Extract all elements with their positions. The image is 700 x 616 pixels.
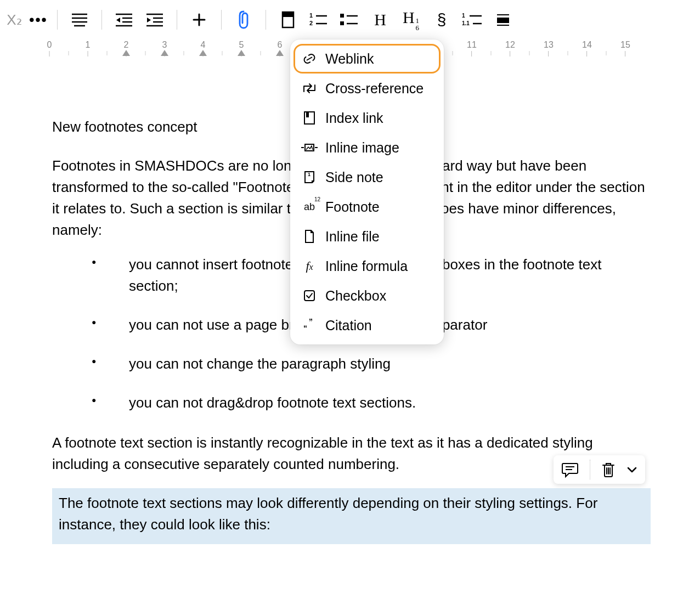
numbered-list-button[interactable]: 12 <box>303 4 334 35</box>
menu-label: Side note <box>325 169 383 185</box>
ruler-indent-marker[interactable] <box>161 50 168 56</box>
link-icon <box>301 50 318 67</box>
menu-inline-image[interactable]: Inline image <box>293 133 441 162</box>
svg-text:”: ” <box>309 319 313 326</box>
menu-label: Index link <box>325 110 383 126</box>
ruler-tick: 13 <box>544 40 554 56</box>
menu-footnote[interactable]: ab12 Footnote <box>293 192 441 222</box>
menu-index-link[interactable]: Index link <box>293 103 441 133</box>
svg-text:2: 2 <box>309 20 313 26</box>
menu-citation[interactable]: ”“ Citation <box>293 310 441 340</box>
ruler-half-tick <box>568 51 568 55</box>
index-link-icon <box>301 110 318 126</box>
menu-label: Checkbox <box>325 288 386 304</box>
ruler-half-tick <box>107 51 108 55</box>
justify-button[interactable] <box>64 4 95 35</box>
heading-levels-button[interactable]: H16 <box>396 4 426 35</box>
menu-inline-file[interactable]: Inline file <box>293 222 441 251</box>
ruler-half-tick <box>606 51 607 55</box>
menu-inline-formula[interactable]: fx Inline formula <box>293 251 441 281</box>
actionbar-separator <box>590 460 590 479</box>
menu-label: Inline image <box>325 140 399 156</box>
svg-rect-15 <box>283 12 293 17</box>
attach-button[interactable] <box>228 4 259 35</box>
menu-label: Inline formula <box>325 258 408 274</box>
list-item: you can not drag&drop footnote text sect… <box>52 392 651 414</box>
menu-label: Inline file <box>325 229 380 245</box>
menu-label: Footnote <box>325 199 380 215</box>
menu-side-note[interactable]: 1 Side note <box>293 162 441 192</box>
svg-rect-21 <box>340 21 344 25</box>
subscript-button[interactable]: X₂ <box>2 4 26 35</box>
svg-text:1.1: 1.1 <box>462 20 470 26</box>
ruler-half-tick <box>261 51 261 55</box>
side-note-icon: 1 <box>301 169 318 185</box>
toolbar-separator <box>101 10 102 30</box>
add-button[interactable] <box>184 4 214 35</box>
ruler-half-tick <box>491 51 492 55</box>
svg-text:1: 1 <box>309 12 313 19</box>
ruler-tick: 14 <box>582 40 592 56</box>
ruler-half-tick <box>222 51 223 55</box>
ruler-half-tick <box>69 51 69 55</box>
ruler-indent-marker[interactable] <box>238 50 245 56</box>
indent-button[interactable] <box>139 4 170 35</box>
heading-button[interactable]: H <box>365 4 396 35</box>
doc-highlighted-paragraph: The footnote text sections may look diff… <box>52 488 651 544</box>
ruler-half-tick <box>453 51 453 55</box>
svg-text:1: 1 <box>308 172 311 177</box>
more-button[interactable]: ••• <box>26 4 50 35</box>
svg-rect-37 <box>304 291 314 301</box>
toolbar-separator <box>57 10 58 30</box>
menu-weblink[interactable]: Weblink <box>293 44 441 74</box>
svg-rect-20 <box>340 14 344 18</box>
ruler-tick: 12 <box>505 40 515 56</box>
menu-label: Citation <box>325 318 372 334</box>
expand-button[interactable] <box>626 466 637 473</box>
page-break-button[interactable] <box>273 4 303 35</box>
toolbar-separator <box>221 10 222 30</box>
inline-image-icon <box>301 139 318 156</box>
svg-rect-32 <box>306 112 309 117</box>
svg-text:1: 1 <box>462 13 465 19</box>
ruler-indent-marker[interactable] <box>122 50 130 56</box>
insert-dropdown: Weblink Cross-reference Index link Inlin… <box>290 39 444 344</box>
multilevel-list-button[interactable]: 11.1 <box>457 4 488 35</box>
ruler-half-tick <box>529 51 530 55</box>
svg-rect-28 <box>497 18 509 23</box>
svg-rect-31 <box>304 112 314 124</box>
ruler-tick: 1 <box>86 40 91 56</box>
ruler-tick: 11 <box>467 40 477 56</box>
toolbar-separator <box>266 10 266 30</box>
menu-label: Weblink <box>325 51 374 67</box>
svg-text:“: “ <box>303 324 307 332</box>
cross-ref-icon <box>301 80 318 97</box>
main-toolbar: X₂ ••• 12 H H16 § 11.1 <box>0 0 700 39</box>
checkbox-icon <box>301 287 318 304</box>
ruler-indent-marker[interactable] <box>199 50 207 56</box>
menu-label: Cross-reference <box>325 81 424 97</box>
file-icon <box>301 228 318 245</box>
ruler-half-tick <box>184 51 184 55</box>
ruler-half-tick <box>145 51 146 55</box>
outdent-button[interactable] <box>109 4 139 35</box>
citation-icon: ”“ <box>301 317 318 334</box>
ruler-indent-marker[interactable] <box>276 50 284 56</box>
section-symbol-button[interactable]: § <box>426 4 457 35</box>
formula-icon: fx <box>301 258 318 274</box>
ruler-tick: 15 <box>620 40 630 56</box>
menu-cross-reference[interactable]: Cross-reference <box>293 74 441 103</box>
paragraph-style-button[interactable] <box>488 4 518 35</box>
toolbar-separator <box>177 10 177 30</box>
ruler-tick: 0 <box>47 40 52 56</box>
bullet-list-button[interactable] <box>334 4 365 35</box>
footnote-icon: ab12 <box>301 199 318 215</box>
list-item: you can not change the paragraph styling <box>52 353 651 375</box>
section-action-bar <box>554 455 645 484</box>
menu-checkbox[interactable]: Checkbox <box>293 281 441 310</box>
comment-button[interactable] <box>561 461 579 478</box>
delete-button[interactable] <box>601 461 616 478</box>
